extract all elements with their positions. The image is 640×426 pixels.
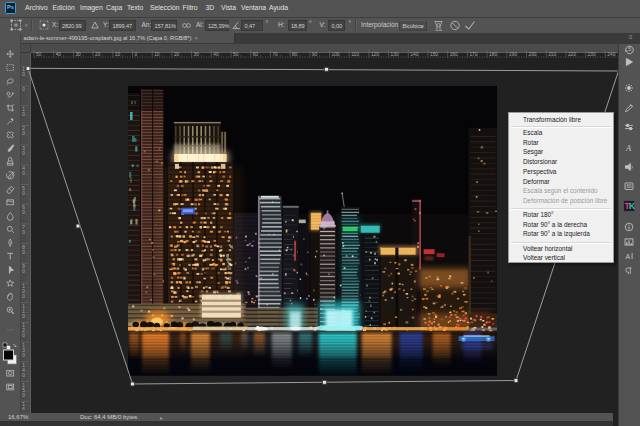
- svg-text:0: 0: [22, 191, 25, 196]
- svg-text:180: 180: [489, 52, 497, 57]
- svg-text:5: 5: [628, 46, 631, 52]
- svg-text:0: 0: [22, 151, 25, 156]
- svg-text:0: 0: [22, 294, 25, 299]
- svg-text:20: 20: [173, 52, 179, 57]
- svg-text:30: 30: [193, 52, 199, 57]
- svg-text:0: 0: [22, 171, 25, 176]
- svg-text:240: 240: [607, 52, 615, 57]
- svg-text:50: 50: [36, 52, 42, 57]
- svg-text:0: 0: [22, 333, 25, 338]
- svg-text:100: 100: [331, 52, 339, 57]
- svg-text:0: 0: [22, 353, 25, 358]
- svg-text:120: 120: [370, 52, 378, 57]
- svg-text:A: A: [625, 143, 632, 153]
- svg-text:50: 50: [233, 52, 239, 57]
- svg-text:70: 70: [272, 52, 278, 57]
- svg-text:230: 230: [587, 52, 595, 57]
- svg-text:220: 220: [567, 52, 575, 57]
- svg-text:0: 0: [22, 230, 25, 235]
- svg-text:110: 110: [351, 52, 359, 57]
- svg-text:0: 0: [22, 87, 25, 92]
- svg-text:190: 190: [508, 52, 516, 57]
- svg-text:0: 0: [22, 131, 25, 136]
- svg-text:A: A: [625, 253, 630, 260]
- svg-text:0: 0: [22, 250, 25, 255]
- svg-text:140: 140: [410, 52, 418, 57]
- svg-text:210: 210: [548, 52, 556, 57]
- svg-text:0: 0: [22, 314, 25, 319]
- svg-text:0: 0: [22, 373, 25, 378]
- svg-text:0: 0: [22, 72, 25, 77]
- svg-text:K: K: [629, 201, 636, 211]
- svg-text:0: 0: [22, 210, 25, 215]
- svg-text:40: 40: [213, 52, 219, 57]
- svg-text:0: 0: [22, 269, 25, 274]
- svg-text:10: 10: [154, 52, 160, 57]
- svg-text:80: 80: [292, 52, 298, 57]
- svg-text:160: 160: [449, 52, 457, 57]
- svg-text:60: 60: [252, 52, 258, 57]
- svg-text:10: 10: [114, 52, 120, 57]
- svg-text:170: 170: [469, 52, 477, 57]
- svg-text:66: 66: [626, 184, 632, 189]
- svg-text:40: 40: [55, 52, 61, 57]
- svg-text:200: 200: [528, 52, 536, 57]
- svg-text:30: 30: [75, 52, 81, 57]
- svg-text:90: 90: [311, 52, 317, 57]
- svg-text:20: 20: [95, 52, 101, 57]
- svg-text:0: 0: [134, 52, 137, 57]
- svg-text:6: 6: [22, 407, 25, 410]
- svg-text:130: 130: [390, 52, 398, 57]
- svg-text:150: 150: [430, 52, 438, 57]
- svg-text:0: 0: [22, 112, 25, 117]
- svg-text:0: 0: [22, 393, 25, 398]
